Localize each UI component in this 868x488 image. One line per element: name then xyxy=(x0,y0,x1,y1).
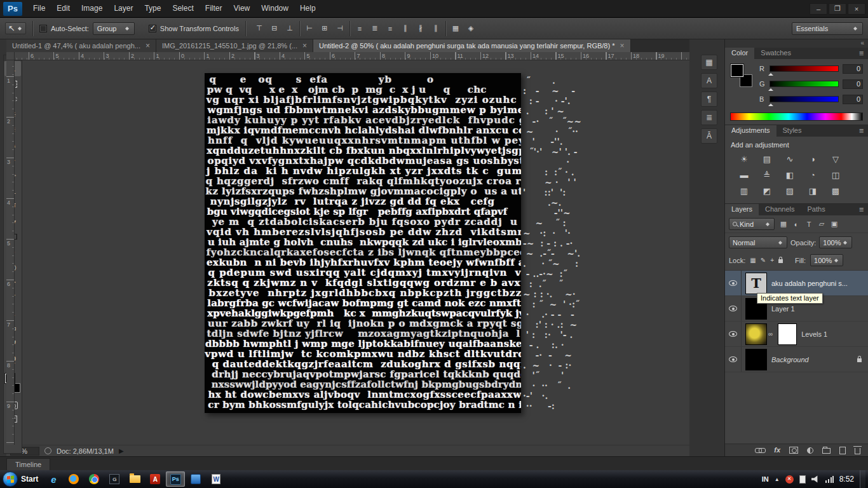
align-left-edges-icon[interactable]: ⊢ xyxy=(302,22,316,35)
align-right-edges-icon[interactable]: ⊣ xyxy=(333,22,347,35)
character-styles-panel-icon[interactable]: Ā xyxy=(701,128,717,144)
close-tab-icon[interactable]: × xyxy=(620,42,624,50)
auto-align-layers-icon[interactable]: ▦ xyxy=(449,22,463,35)
volume-icon[interactable] xyxy=(811,475,820,483)
distribute-horizontal-centers-icon[interactable]: ∦ xyxy=(414,22,428,35)
document-tab[interactable]: IMG_20161215_145510_1.jpg @ 21,8% (...× xyxy=(156,39,313,52)
posterize-icon[interactable]: ▨ xyxy=(778,183,801,199)
tab-styles[interactable]: Styles xyxy=(776,125,808,137)
firefox-icon[interactable] xyxy=(64,471,83,487)
layer-name[interactable]: Levels 1 xyxy=(801,330,827,338)
photo-filter-icon[interactable]: ◔ xyxy=(801,167,824,183)
menu-help[interactable]: Help xyxy=(294,0,322,17)
close-tab-icon[interactable]: × xyxy=(146,42,150,50)
eye-icon[interactable] xyxy=(729,356,737,362)
slider-thumb[interactable] xyxy=(768,101,773,106)
new-layer-icon[interactable] xyxy=(839,447,846,454)
start-button[interactable]: Start xyxy=(0,470,43,488)
brightness-contrast-icon[interactable]: ☀ xyxy=(733,151,756,167)
lock-position-icon[interactable]: + xyxy=(770,257,774,264)
adobe-reader-icon[interactable]: A xyxy=(146,471,165,487)
glyphs-panel-icon[interactable]: ≣ xyxy=(701,110,717,125)
eye-icon[interactable] xyxy=(729,331,737,337)
tool-preset-picker[interactable]: ↖ xyxy=(5,22,26,34)
clock[interactable]: 8:52 xyxy=(839,475,854,484)
foreground-background-swatches[interactable] xyxy=(730,64,753,87)
info-panel-icon[interactable]: ▦ xyxy=(701,55,717,70)
layer-row-levels-1[interactable]: ∞Levels 1 xyxy=(725,322,868,347)
layer-name[interactable]: Layer 1 xyxy=(771,305,795,313)
vibrance-icon[interactable]: ▽ xyxy=(824,151,847,167)
distribute-vertical-centers-icon[interactable]: ≣ xyxy=(368,22,382,35)
lock-all-icon[interactable] xyxy=(778,259,783,263)
document-tab[interactable]: Untitled-2 @ 50% ( aku adalah penghuni s… xyxy=(313,39,631,52)
status-flyout-arrow-icon[interactable]: ▶ xyxy=(119,447,124,454)
eye-icon[interactable] xyxy=(729,306,737,311)
layer-style-fx-icon[interactable]: fx xyxy=(774,447,780,454)
menu-edit[interactable]: Edit xyxy=(51,0,76,17)
menu-image[interactable]: Image xyxy=(76,0,108,17)
new-group-icon[interactable] xyxy=(822,448,831,454)
menu-window[interactable]: Window xyxy=(255,0,294,17)
network-icon[interactable] xyxy=(825,476,834,483)
channel-value-field[interactable]: 0 xyxy=(843,95,863,104)
show-transform-checkbox[interactable] xyxy=(149,25,156,32)
notification-icon-red[interactable]: ✕ xyxy=(785,475,794,484)
add-layer-mask-icon[interactable] xyxy=(789,447,798,454)
character-panel-icon[interactable]: A xyxy=(701,73,717,88)
internet-explorer-icon[interactable]: e xyxy=(44,471,63,487)
color-lookup-icon[interactable]: ▥ xyxy=(733,183,756,199)
link-layers-icon[interactable] xyxy=(755,448,765,452)
show-hidden-icons-icon[interactable]: ▲ xyxy=(775,477,780,482)
timeline-tab[interactable]: Timeline xyxy=(6,458,50,471)
threshold-icon[interactable]: ◨ xyxy=(801,183,824,199)
show-desktop-button[interactable] xyxy=(860,470,865,488)
layer-row-aku-adalah-penghuni-s[interactable]: Taku adalah penghuni s... xyxy=(725,271,868,296)
distribute-bottom-edges-icon[interactable]: ≡ xyxy=(383,22,397,35)
curves-icon[interactable]: ∿ xyxy=(778,151,801,167)
text-layer-thumbnail[interactable]: T xyxy=(745,273,767,294)
filter-smart-objects-icon[interactable]: ▣ xyxy=(828,219,841,230)
channel-slider-track[interactable] xyxy=(770,81,839,87)
filter-pixel-layers-icon[interactable]: ▦ xyxy=(777,219,790,230)
black-white-icon[interactable]: ◧ xyxy=(778,167,801,183)
language-indicator[interactable]: IN xyxy=(762,475,769,483)
channel-slider-track[interactable] xyxy=(770,65,839,72)
tab-channels[interactable]: Channels xyxy=(759,204,801,215)
layer-filter-kind-dropdown[interactable]: Kind xyxy=(729,218,775,230)
align-top-edges-icon[interactable]: ⊤ xyxy=(252,22,266,35)
restore-button[interactable]: ❐ xyxy=(829,3,846,15)
app-icon-blue[interactable] xyxy=(186,471,205,487)
menu-select[interactable]: Select xyxy=(166,0,199,17)
color-spectrum-ramp[interactable] xyxy=(730,112,863,121)
align-vertical-centers-icon[interactable]: ⊟ xyxy=(268,22,281,35)
fill-dropdown[interactable]: 100% xyxy=(810,254,843,266)
color-panel-menu-icon[interactable]: ≣ xyxy=(855,48,868,59)
opacity-dropdown[interactable]: 100% xyxy=(819,236,852,248)
tab-layers[interactable]: Layers xyxy=(725,204,759,215)
hue-saturation-icon[interactable]: ▬ xyxy=(733,167,756,183)
slider-thumb[interactable] xyxy=(768,86,773,91)
layer-name[interactable]: aku adalah penghuni s... xyxy=(771,280,848,287)
layer-mask-thumbnail[interactable] xyxy=(778,323,797,345)
distribute-top-edges-icon[interactable]: ≡ xyxy=(353,22,367,35)
eye-icon[interactable] xyxy=(729,280,737,286)
layer-thumbnail[interactable] xyxy=(745,349,767,370)
auto-select-checkbox[interactable] xyxy=(39,25,47,32)
color-balance-icon[interactable]: ≜ xyxy=(756,167,778,183)
channel-mixer-icon[interactable]: ◫ xyxy=(824,167,847,183)
distribute-left-edges-icon[interactable]: ∥ xyxy=(398,22,412,35)
filter-type-layers-icon[interactable]: T xyxy=(803,219,815,230)
channel-value-field[interactable]: 0 xyxy=(843,79,863,89)
document-canvas[interactable]: q e oq s efa yb o pw q vq x e x ojm cb p… xyxy=(205,73,521,413)
tab-color[interactable]: Color xyxy=(725,48,754,59)
document-tab[interactable]: Untitled-1 @ 47,4% ( aku adalah pengh...… xyxy=(6,39,156,52)
tab-paths[interactable]: Paths xyxy=(801,204,832,215)
auto-select-target-dropdown[interactable]: Group xyxy=(93,22,135,35)
adjustment-layer-thumbnail[interactable] xyxy=(745,323,767,345)
menu-type[interactable]: Type xyxy=(139,0,166,17)
explorer-folder-icon[interactable] xyxy=(125,471,144,487)
close-tab-icon[interactable]: × xyxy=(302,42,307,50)
channel-slider-track[interactable] xyxy=(770,96,839,102)
channel-value-field[interactable]: 0 xyxy=(843,64,863,74)
